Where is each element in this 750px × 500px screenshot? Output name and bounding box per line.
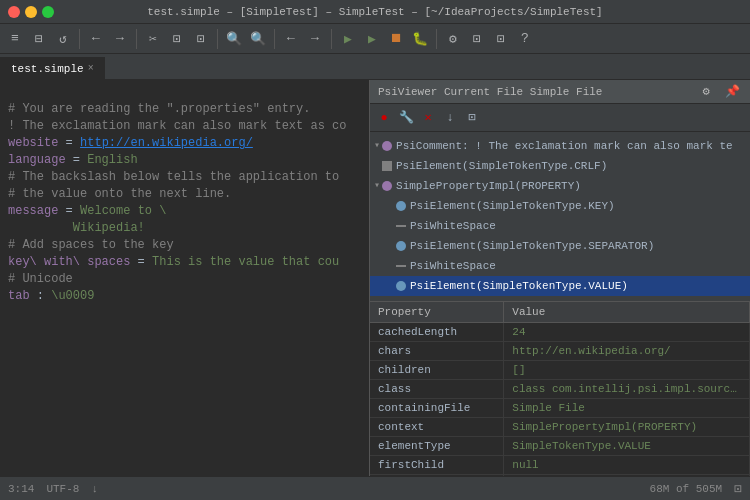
- tree-node-label: PsiComment: ! The exclamation mark can a…: [396, 137, 733, 155]
- toolbar-menu-btn[interactable]: ≡: [4, 28, 26, 50]
- property-cell: containingFile: [370, 399, 504, 418]
- value-cell: null: [504, 456, 750, 475]
- property-cell: firstChild: [370, 456, 504, 475]
- psi-tree[interactable]: ▾ PsiComment: ! The exclamation mark can…: [370, 132, 750, 302]
- toolbar-project-btn[interactable]: ⊟: [28, 28, 50, 50]
- table-row: firstChildNodenull: [370, 475, 750, 477]
- value-cell: http://en.wikipedia.org/: [504, 342, 750, 361]
- tree-node-label: PsiWhiteSpace: [410, 217, 496, 235]
- tree-node-icon: [396, 241, 406, 251]
- toolbar-help-btn[interactable]: ?: [514, 28, 536, 50]
- tab-test-simple[interactable]: test.simple ×: [0, 57, 105, 79]
- value-cell: SimpleTokenType.VALUE: [504, 437, 750, 456]
- psi-header-title: PsiViewer Current File Simple File: [378, 86, 602, 98]
- toolbar-sep6: [436, 29, 437, 49]
- toolbar-find-btn[interactable]: 🔍: [223, 28, 245, 50]
- tree-arrow-icon: [388, 257, 394, 275]
- tree-node-label: SimplePropertyImpl(PROPERTY): [396, 177, 581, 195]
- toolbar-sep4: [274, 29, 275, 49]
- value-cell: SimplePropertyImpl(PROPERTY): [504, 418, 750, 437]
- window-title: test.simple – [SimpleTest] – SimpleTest …: [147, 6, 602, 18]
- toolbar-forward-btn[interactable]: →: [109, 28, 131, 50]
- main-toolbar: ≡ ⊟ ↺ ← → ✂ ⊡ ⊡ 🔍 🔍 ← → ▶ ▶ ⏹ 🐛 ⚙ ⊡ ⊡ ?: [0, 24, 750, 54]
- toolbar-plugins-btn[interactable]: ⊡: [490, 28, 512, 50]
- encoding[interactable]: UTF-8: [46, 483, 79, 495]
- tree-item[interactable]: PsiElement(SimpleTokenType.CRLF): [370, 156, 750, 176]
- toolbar-build-btn[interactable]: ▶: [337, 28, 359, 50]
- tree-arrow-icon: [388, 277, 394, 295]
- table-row: children[]: [370, 361, 750, 380]
- toolbar-replace-btn[interactable]: 🔍: [247, 28, 269, 50]
- psi-header: PsiViewer Current File Simple File ⚙ 📌: [370, 80, 750, 104]
- property-cell: children: [370, 361, 504, 380]
- line-separator[interactable]: ↓: [91, 483, 98, 495]
- tree-item[interactable]: PsiElement(SimpleTokenType.KEY): [370, 196, 750, 216]
- toolbar-settings-btn[interactable]: ⚙: [442, 28, 464, 50]
- tree-node-label: PsiElement(SimpleTokenType.SEPARATOR): [410, 237, 654, 255]
- toolbar-nav-fwd-btn[interactable]: →: [304, 28, 326, 50]
- table-row: firstChildnull: [370, 456, 750, 475]
- property-cell: elementType: [370, 437, 504, 456]
- tree-arrow-icon: [388, 217, 394, 235]
- toolbar-debug-btn[interactable]: 🐛: [409, 28, 431, 50]
- status-progress-icon[interactable]: ⊡: [734, 481, 742, 497]
- psi-expand-btn[interactable]: ⊡: [462, 108, 482, 128]
- table-row: cachedLength24: [370, 323, 750, 342]
- tree-node-label: PsiElement(SimpleTokenType.KEY): [410, 197, 615, 215]
- title-bar: test.simple – [SimpleTest] – SimpleTest …: [0, 0, 750, 24]
- tree-item[interactable]: ▾ PsiComment: ! The exclamation mark can…: [370, 136, 750, 156]
- memory-usage[interactable]: 68M of 505M: [650, 483, 723, 495]
- value-cell: class com.intellij.psi.impl.source.tree.…: [504, 380, 750, 399]
- value-cell: null: [504, 475, 750, 477]
- psi-red-btn[interactable]: ●: [374, 108, 394, 128]
- psi-down-btn[interactable]: ↓: [440, 108, 460, 128]
- editor-pane[interactable]: # You are reading the ".properties" entr…: [0, 80, 370, 476]
- col-header-property: Property: [370, 302, 504, 323]
- tab-close-btn[interactable]: ×: [88, 63, 94, 74]
- col-header-value: Value: [504, 302, 750, 323]
- traffic-lights: [8, 6, 54, 18]
- psi-toolbar: ● 🔧 ✕ ↓ ⊡: [370, 104, 750, 132]
- tree-item[interactable]: PsiElement(SimpleTokenType.SEPARATOR): [370, 236, 750, 256]
- tree-item[interactable]: PsiWhiteSpace: [370, 256, 750, 276]
- tree-node-label: PsiWhiteSpace: [410, 257, 496, 275]
- table-row: classclass com.intellij.psi.impl.source.…: [370, 380, 750, 399]
- minimize-traffic-light[interactable]: [25, 6, 37, 18]
- toolbar-stop-btn[interactable]: ⏹: [385, 28, 407, 50]
- tree-item[interactable]: ▾ SimplePropertyImpl(PROPERTY): [370, 176, 750, 196]
- toolbar-sep3: [217, 29, 218, 49]
- properties-table[interactable]: Property Value cachedLength24charshttp:/…: [370, 302, 750, 476]
- tree-arrow-icon: [388, 237, 394, 255]
- tree-node-icon: [396, 201, 406, 211]
- toolbar-sep1: [79, 29, 80, 49]
- psi-wrench-btn[interactable]: 🔧: [396, 108, 416, 128]
- tree-node-icon: [382, 141, 392, 151]
- maximize-traffic-light[interactable]: [42, 6, 54, 18]
- property-cell: firstChildNode: [370, 475, 504, 477]
- tree-node-label: PsiElement(SimpleTokenType.CRLF): [396, 157, 607, 175]
- tree-item[interactable]: PsiWhiteSpace: [370, 216, 750, 236]
- toolbar-cut-btn[interactable]: ✂: [142, 28, 164, 50]
- table-row: elementTypeSimpleTokenType.VALUE: [370, 437, 750, 456]
- toolbar-refresh-btn[interactable]: ↺: [52, 28, 74, 50]
- tree-node-icon: [382, 161, 392, 171]
- property-cell: cachedLength: [370, 323, 504, 342]
- property-cell: chars: [370, 342, 504, 361]
- toolbar-nav-back-btn[interactable]: ←: [280, 28, 302, 50]
- toolbar-debug-run-btn[interactable]: ▶: [361, 28, 383, 50]
- toolbar-copy-btn[interactable]: ⊡: [166, 28, 188, 50]
- tree-arrow-icon: [388, 197, 394, 215]
- close-traffic-light[interactable]: [8, 6, 20, 18]
- tab-bar: test.simple ×: [0, 54, 750, 80]
- tree-item-selected[interactable]: PsiElement(SimpleTokenType.VALUE): [370, 276, 750, 296]
- psi-settings-icon[interactable]: ⚙: [696, 82, 716, 102]
- property-cell: context: [370, 418, 504, 437]
- toolbar-back-btn[interactable]: ←: [85, 28, 107, 50]
- psi-pin-icon[interactable]: 📌: [722, 82, 742, 102]
- value-cell: Simple File: [504, 399, 750, 418]
- tree-arrow-icon: ▾: [374, 177, 380, 195]
- toolbar-vcs-btn[interactable]: ⊡: [466, 28, 488, 50]
- tree-node-icon: [396, 225, 406, 227]
- psi-close-btn[interactable]: ✕: [418, 108, 438, 128]
- toolbar-paste-btn[interactable]: ⊡: [190, 28, 212, 50]
